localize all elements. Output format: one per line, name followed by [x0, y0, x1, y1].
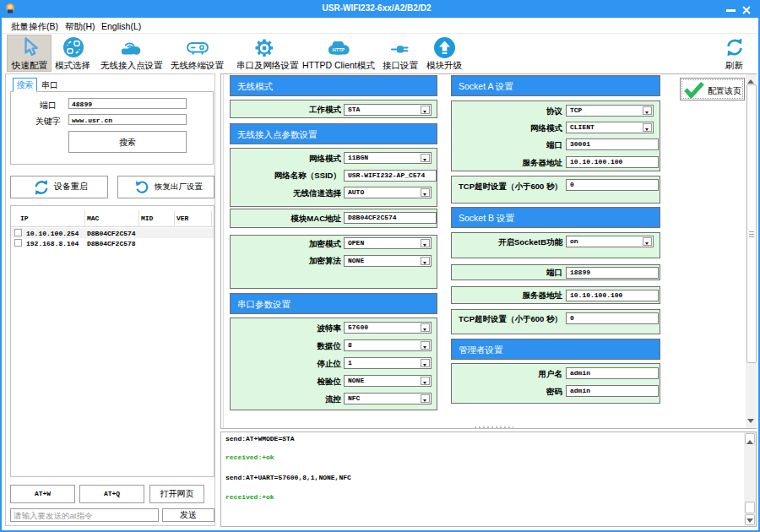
svg-text:HTTP: HTTP — [333, 47, 345, 52]
